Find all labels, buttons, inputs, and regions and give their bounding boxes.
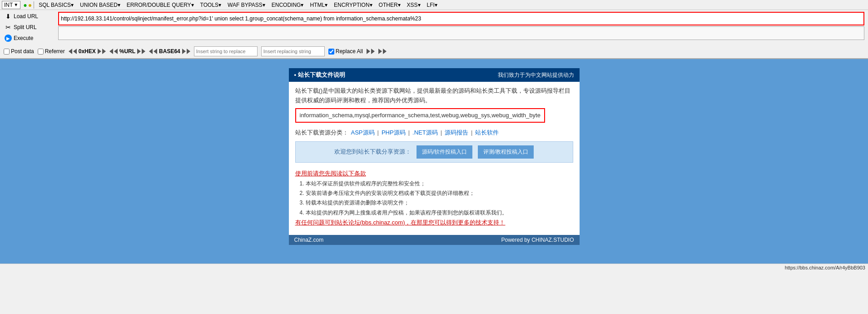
menu-encryption[interactable]: ENCRYPTION▾ xyxy=(331,1,375,9)
menu-encoding[interactable]: ENCODING▾ xyxy=(269,1,307,9)
post-data-label[interactable]: Post data xyxy=(4,48,34,55)
menu-sep1 xyxy=(34,1,34,9)
base64-arrow-left2-icon xyxy=(154,49,157,54)
replace-arrow-right2-icon xyxy=(371,49,375,54)
referrer-label[interactable]: Referrer xyxy=(38,48,65,55)
link-asp[interactable]: ASP源码 xyxy=(351,128,375,138)
footer-left: ChinaZ.com xyxy=(294,237,324,243)
main-toolbar: ⬇ Load URL ✂ Split URL ▶ Execute xyxy=(0,10,868,45)
submit-review-button[interactable]: 评测/教程投稿入口 xyxy=(478,145,534,159)
base64-arrow-right2-icon xyxy=(187,49,190,54)
card-header: • 站长下载文件说明 我们致力于为中文网站提供动力 xyxy=(289,68,580,82)
card-body-text1: 站长下载()是中国最大的站长类资源下载网站，提供最新最全的源码和站长类工具下载，… xyxy=(295,86,573,105)
load-url-icon: ⬇ xyxy=(5,13,12,20)
hex-encode-group: 0xHEX xyxy=(69,48,106,55)
url-input-secondary[interactable] xyxy=(58,26,864,40)
replace-arrows-group xyxy=(367,49,375,54)
card-header-subtitle: 我们致力于为中文网站提供动力 xyxy=(498,71,574,79)
terms-list: 本站不保证所提供软件或程序的完整性和安全性； 安装前请参考压缩文件内的安装说明文… xyxy=(295,179,573,217)
link-php[interactable]: PHP源码 xyxy=(382,128,406,138)
split-url-label: Split URL xyxy=(14,24,37,30)
menu-union-based[interactable]: UNION BASED▾ xyxy=(77,1,123,9)
url-arrow-right-icon xyxy=(137,49,141,54)
replace-string-input[interactable] xyxy=(261,46,325,56)
links-row: 站长下载资源分类： ASP源码 | PHP源码 | .NET源码 | 源码报告 … xyxy=(295,128,573,138)
menu-html[interactable]: HTML▾ xyxy=(307,1,330,9)
bottom-toolbar: Post data Referrer 0xHEX %URL BASE64 Rep… xyxy=(0,45,868,59)
base64-arrow-right-icon xyxy=(182,49,186,54)
split-url-button[interactable]: ✂ Split URL xyxy=(2,22,40,33)
link-report[interactable]: 源码报告 xyxy=(445,128,468,138)
url-input-primary[interactable] xyxy=(58,12,864,25)
status-url: https://bbs.chinaz.com/A/r4yBbB903 xyxy=(785,265,865,270)
int-selector[interactable]: INT ▼ xyxy=(2,1,20,9)
menu-waf-bypass[interactable]: WAF BYPASS▾ xyxy=(225,1,268,9)
url-encode-group: %URL xyxy=(109,48,145,55)
links-prefix: 站长下载资源分类： xyxy=(295,128,348,138)
yellow-dot: ● xyxy=(28,1,32,9)
highlight-result-text: information_schema,mysql,performance_sch… xyxy=(300,112,541,119)
hex-arrow-right-icon xyxy=(98,49,101,54)
card-header-title: • 站长下载文件说明 xyxy=(294,71,345,79)
execute-icon: ▶ xyxy=(5,35,12,42)
base64-label[interactable]: BASE64 xyxy=(158,48,181,55)
menu-error-double[interactable]: ERROR/DOUBLE QUERY▾ xyxy=(124,1,197,9)
toolbar-buttons: ⬇ Load URL ✂ Split URL ▶ Execute xyxy=(2,11,56,44)
post-data-checkbox[interactable] xyxy=(4,49,10,55)
menu-tools[interactable]: TOOLS▾ xyxy=(198,1,224,9)
term-item-2: 安装前请参考压缩文件内的安装说明文档或者下载页提供的详细教程； xyxy=(300,189,573,198)
url-arrow-left2-icon xyxy=(114,49,118,54)
menu-sql-basics[interactable]: SQL BASICS▾ xyxy=(36,1,76,9)
green-dot: ● xyxy=(23,1,27,9)
content-area: • 站长下载文件说明 我们致力于为中文网站提供动力 站长下载()是中国最大的站长… xyxy=(0,59,868,264)
menu-bar: INT ▼ ● ● SQL BASICS▾ UNION BASED▾ ERROR… xyxy=(0,0,868,10)
card-footer: ChinaZ.com Powered by CHINAZ.STUDIO xyxy=(289,235,580,245)
hex-arrow-left2-icon xyxy=(73,49,77,54)
url-label[interactable]: %URL xyxy=(119,48,136,55)
menu-lfi[interactable]: LFI▾ xyxy=(424,1,440,9)
term-item-1: 本站不保证所提供软件或程序的完整性和安全性； xyxy=(300,179,573,188)
link-software[interactable]: 站长软件 xyxy=(475,128,499,138)
split-url-icon: ✂ xyxy=(5,24,12,31)
menu-xss[interactable]: XSS▾ xyxy=(404,1,423,9)
load-url-button[interactable]: ⬇ Load URL xyxy=(2,11,41,22)
content-card: • 站长下载文件说明 我们致力于为中文网站提供动力 站长下载()是中国最大的站长… xyxy=(289,68,580,245)
terms-section: 使用前请您先阅读以下条款 本站不保证所提供软件或程序的完整性和安全性； 安装前请… xyxy=(295,166,573,230)
terms-link[interactable]: 使用前请您先阅读以下条款 xyxy=(295,170,366,177)
replace-arrow-right4-icon xyxy=(383,49,387,54)
replace-arrow-right3-icon xyxy=(378,49,382,54)
highlight-result-box: information_schema,mysql,performance_sch… xyxy=(295,108,545,123)
load-url-label: Load URL xyxy=(14,13,38,20)
footer-right: Powered by CHINAZ.STUDIO xyxy=(501,237,574,243)
execute-button[interactable]: ▶ Execute xyxy=(2,33,36,44)
execute-label: Execute xyxy=(14,35,33,41)
referrer-checkbox[interactable] xyxy=(38,49,44,55)
menu-other[interactable]: OTHER▾ xyxy=(376,1,403,9)
hex-arrow-right2-icon xyxy=(102,49,106,54)
base64-arrow-left-icon xyxy=(149,49,153,54)
replace-all-checkbox[interactable] xyxy=(328,49,334,55)
url-arrow-right2-icon xyxy=(142,49,145,54)
term-item-4: 本站提供的程序为网上搜集或者用户投稿，如果该程序侵害到您的版权请联系我们。 xyxy=(300,209,573,217)
submit-source-button[interactable]: 源码/软件投稿入口 xyxy=(417,145,472,159)
welcome-box: 欢迎您到站长下载分享资源： 源码/软件投稿入口 评测/教程投稿入口 xyxy=(295,141,573,163)
welcome-text: 欢迎您到站长下载分享资源： xyxy=(334,147,411,157)
forum-link[interactable]: 有任何问题可到站长论坛(bbs.chinaz.com)，在那里您可以得到更多的技… xyxy=(295,219,506,226)
status-bar: https://bbs.chinaz.com/A/r4yBbB903 xyxy=(0,264,868,271)
link-net[interactable]: .NET源码 xyxy=(412,128,438,138)
card-body: 站长下载()是中国最大的站长类资源下载网站，提供最新最全的源码和站长类工具下载，… xyxy=(289,82,580,235)
hex-label[interactable]: 0xHEX xyxy=(78,48,97,55)
int-label: INT xyxy=(4,2,13,8)
replace-arrow-right1-icon xyxy=(367,49,370,54)
base64-encode-group: BASE64 xyxy=(149,48,190,55)
term-item-3: 转载本站提供的资源请勿删除本说明文件； xyxy=(300,199,573,207)
replace-all-label[interactable]: Replace All xyxy=(328,48,363,55)
url-area xyxy=(56,11,866,44)
search-string-input[interactable] xyxy=(194,46,258,56)
replace-arrows-group2 xyxy=(378,49,387,54)
url-arrow-left-icon xyxy=(109,49,113,54)
hex-arrow-left-icon xyxy=(69,49,72,54)
